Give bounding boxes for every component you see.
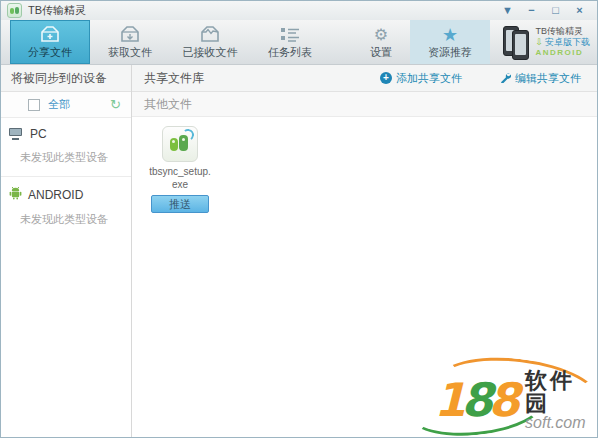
tab-label: 已接收文件: [183, 45, 238, 60]
library-title: 共享文件库: [144, 70, 204, 87]
device-group-name: ANDROID: [28, 188, 83, 202]
add-shared-file-button[interactable]: + 添加共享文件: [380, 71, 462, 86]
android-brand-text: ANDROID: [535, 48, 590, 58]
edit-shared-file-button[interactable]: 编辑共享文件: [500, 71, 581, 86]
tab-get-files[interactable]: 获取文件: [90, 20, 170, 64]
push-button[interactable]: 推送: [151, 195, 209, 213]
wrench-icon: [500, 72, 511, 85]
download-icon: ⇩: [535, 37, 543, 48]
file-name: tbsync_setup.exe: [147, 165, 213, 191]
device-group-android[interactable]: ANDROID 未发现此类型设备: [1, 177, 131, 238]
window-controls: ▼ − □ ×: [500, 3, 587, 18]
phones-icon: [503, 25, 530, 59]
share-box-icon: [39, 24, 61, 43]
minimize-icon[interactable]: −: [524, 3, 539, 18]
select-all-label[interactable]: 全部: [48, 97, 70, 112]
logo-orange-swoosh: [433, 349, 598, 433]
main-toolbar: 分享文件 获取文件 已接收文件 任务列表 ⚙ 设置 ★: [1, 20, 597, 65]
shared-library-panel: 共享文件库 + 添加共享文件 编辑共享文件 其他文件: [132, 65, 597, 438]
close-icon[interactable]: ×: [572, 3, 587, 18]
tab-label: 任务列表: [268, 45, 312, 60]
tab-task-list[interactable]: 任务列表: [250, 20, 330, 64]
exe-file-icon: [162, 126, 198, 162]
tab-label: 设置: [370, 45, 392, 60]
menu-dropdown-icon[interactable]: ▼: [500, 3, 515, 18]
logo-number: 188: [434, 370, 515, 430]
tab-settings[interactable]: ⚙ 设置: [352, 20, 410, 64]
logo-site-name-cn: 软件园: [525, 369, 594, 415]
task-list-icon: [280, 24, 300, 43]
logo-site-name-en: soft.com: [525, 415, 594, 432]
pc-monitor-icon: [9, 128, 24, 140]
devices-sidebar: 将被同步到的设备 全部 ↻ PC 未发现此类型设备 ANDROID: [1, 65, 132, 438]
android-download-promo[interactable]: TB传输精灵 ⇩安卓版下载 ANDROID: [503, 20, 597, 64]
device-group-status: 未发现此类型设备: [9, 150, 131, 165]
tab-label: 获取文件: [108, 45, 152, 60]
android-download-link[interactable]: ⇩安卓版下载: [535, 37, 590, 48]
get-box-icon: [119, 24, 141, 43]
device-group-name: PC: [30, 127, 47, 141]
tab-label: 分享文件: [28, 45, 72, 60]
maximize-icon[interactable]: □: [548, 3, 563, 18]
device-group-pc[interactable]: PC 未发现此类型设备: [1, 118, 131, 177]
star-icon: ★: [442, 24, 458, 43]
select-all-checkbox[interactable]: [28, 99, 40, 111]
gear-icon: ⚙: [374, 24, 388, 43]
device-group-status: 未发现此类型设备: [9, 212, 131, 227]
tab-resource-recommend[interactable]: ★ 资源推荐: [410, 20, 490, 64]
refresh-icon[interactable]: ↻: [110, 98, 121, 111]
select-all-row: 全部 ↻: [1, 92, 131, 118]
tab-label: 资源推荐: [428, 45, 472, 60]
logo-green-swoosh: [406, 374, 547, 438]
file-grid: tbsync_setup.exe 推送: [132, 117, 597, 222]
window-title: TB传输精灵: [28, 3, 86, 18]
app-logo-icon: [7, 3, 22, 18]
app-window: TB传输精灵 ▼ − □ × 分享文件 获取文件 已接收文件: [0, 0, 598, 438]
other-files-section-header: 其他文件: [132, 92, 597, 117]
title-bar: TB传输精灵 ▼ − □ ×: [1, 1, 597, 20]
android-robot-icon: [9, 186, 22, 203]
promo-title: TB传输精灵: [535, 26, 590, 37]
tab-received-files[interactable]: 已接收文件: [170, 20, 250, 64]
tab-share-files[interactable]: 分享文件: [10, 20, 90, 64]
toolbar-spacer: [330, 20, 352, 64]
sidebar-header: 将被同步到的设备: [1, 65, 131, 92]
file-item[interactable]: tbsync_setup.exe 推送: [146, 126, 214, 213]
site-watermark-logo: 188 软件园 soft.com: [420, 363, 594, 437]
add-circle-icon: +: [380, 72, 392, 84]
library-header: 共享文件库 + 添加共享文件 编辑共享文件: [132, 65, 597, 92]
received-box-icon: [199, 24, 221, 43]
